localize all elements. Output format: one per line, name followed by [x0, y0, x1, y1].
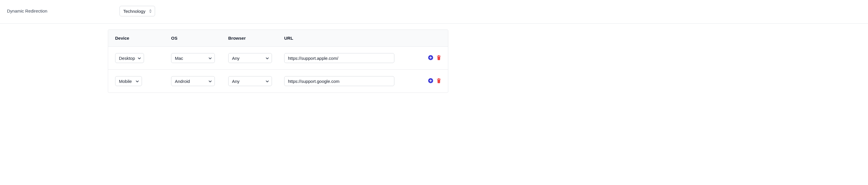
browser-select[interactable]: Any — [228, 76, 272, 86]
device-select-value: Mobile — [119, 79, 132, 84]
header-os: OS — [171, 35, 228, 41]
svg-rect-9 — [437, 79, 441, 79]
browser-select-value: Any — [232, 79, 240, 84]
mode-select[interactable]: Technology — [120, 6, 155, 16]
add-row-button[interactable] — [428, 55, 433, 61]
table-header-row: Device OS Browser URL — [108, 30, 448, 47]
svg-rect-8 — [438, 78, 439, 79]
url-input[interactable] — [284, 53, 394, 63]
svg-rect-7 — [429, 80, 432, 81]
plus-circle-icon — [428, 55, 433, 61]
chevron-down-icon — [266, 79, 269, 84]
os-select-value: Mac — [175, 56, 183, 61]
section-title: Dynamic Redirection — [7, 8, 47, 14]
chevron-down-icon — [208, 79, 212, 84]
svg-rect-2 — [429, 57, 432, 58]
chevron-down-icon — [137, 55, 141, 61]
delete-row-button[interactable] — [437, 55, 441, 61]
svg-rect-4 — [437, 56, 441, 56]
os-select[interactable]: Mac — [171, 53, 215, 63]
mode-select-value: Technology — [123, 9, 146, 14]
chevron-down-icon — [266, 55, 269, 61]
browser-select[interactable]: Any — [228, 53, 272, 63]
svg-rect-3 — [438, 55, 439, 56]
trash-icon — [437, 78, 441, 84]
url-input[interactable] — [284, 76, 394, 86]
select-updown-icon — [149, 9, 152, 13]
header-actions — [416, 35, 441, 41]
os-select-value: Android — [175, 79, 190, 84]
device-select-value: Desktop — [119, 56, 135, 61]
device-select[interactable]: Desktop — [115, 53, 144, 63]
device-select[interactable]: Mobile — [115, 76, 142, 86]
chevron-down-icon — [135, 79, 139, 84]
delete-row-button[interactable] — [437, 78, 441, 84]
trash-icon — [437, 55, 441, 61]
browser-select-value: Any — [232, 56, 240, 61]
os-select[interactable]: Android — [171, 76, 215, 86]
header-device: Device — [115, 35, 171, 41]
add-row-button[interactable] — [428, 78, 433, 84]
header-browser: Browser — [228, 35, 284, 41]
dynamic-redirection-header: Dynamic Redirection Technology — [0, 0, 868, 24]
table-row: Desktop Mac — [108, 47, 448, 70]
redirection-table: Device OS Browser URL Desktop — [108, 29, 448, 93]
table-row: Mobile Android — [108, 70, 448, 92]
plus-circle-icon — [428, 78, 433, 84]
chevron-down-icon — [208, 55, 212, 61]
header-url: URL — [284, 35, 416, 41]
